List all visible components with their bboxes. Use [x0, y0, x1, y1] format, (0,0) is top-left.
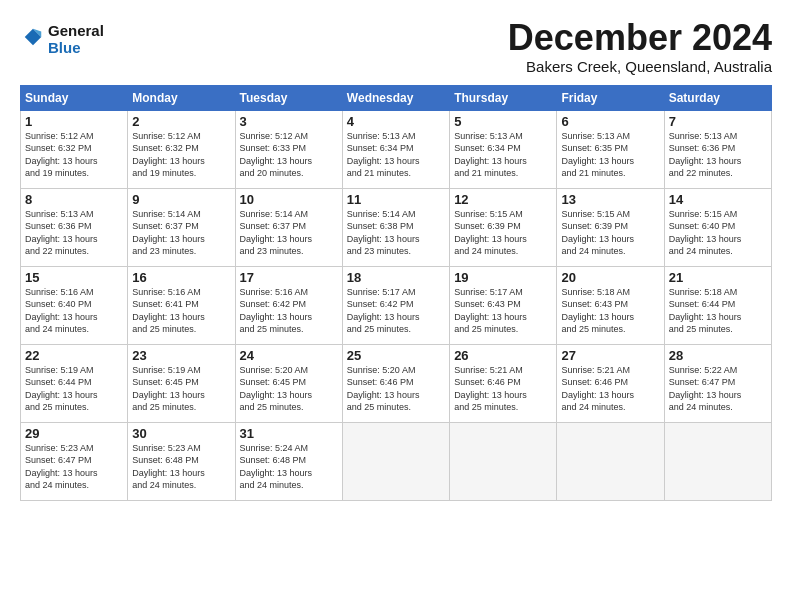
logo-line2: Blue [48, 39, 104, 56]
calendar-cell [342, 422, 449, 500]
day-number: 5 [454, 114, 552, 129]
day-number: 27 [561, 348, 659, 363]
title-block: December 2024 Bakers Creek, Queensland, … [508, 18, 772, 75]
col-wednesday: Wednesday [342, 85, 449, 110]
day-detail: Sunrise: 5:14 AMSunset: 6:37 PMDaylight:… [240, 208, 338, 258]
day-detail: Sunrise: 5:13 AMSunset: 6:34 PMDaylight:… [347, 130, 445, 180]
day-detail: Sunrise: 5:17 AMSunset: 6:43 PMDaylight:… [454, 286, 552, 336]
day-number: 9 [132, 192, 230, 207]
day-number: 24 [240, 348, 338, 363]
day-number: 4 [347, 114, 445, 129]
day-detail: Sunrise: 5:23 AMSunset: 6:47 PMDaylight:… [25, 442, 123, 492]
page: General Blue December 2024 Bakers Creek,… [0, 0, 792, 612]
col-thursday: Thursday [450, 85, 557, 110]
day-detail: Sunrise: 5:24 AMSunset: 6:48 PMDaylight:… [240, 442, 338, 492]
day-detail: Sunrise: 5:18 AMSunset: 6:43 PMDaylight:… [561, 286, 659, 336]
day-detail: Sunrise: 5:15 AMSunset: 6:39 PMDaylight:… [454, 208, 552, 258]
day-detail: Sunrise: 5:20 AMSunset: 6:45 PMDaylight:… [240, 364, 338, 414]
header-row: Sunday Monday Tuesday Wednesday Thursday… [21, 85, 772, 110]
day-detail: Sunrise: 5:14 AMSunset: 6:37 PMDaylight:… [132, 208, 230, 258]
logo-icon [22, 26, 44, 48]
day-detail: Sunrise: 5:12 AMSunset: 6:33 PMDaylight:… [240, 130, 338, 180]
day-detail: Sunrise: 5:15 AMSunset: 6:39 PMDaylight:… [561, 208, 659, 258]
logo: General Blue [20, 22, 104, 56]
calendar-week-4: 29Sunrise: 5:23 AMSunset: 6:47 PMDayligh… [21, 422, 772, 500]
day-detail: Sunrise: 5:21 AMSunset: 6:46 PMDaylight:… [561, 364, 659, 414]
day-number: 23 [132, 348, 230, 363]
day-detail: Sunrise: 5:14 AMSunset: 6:38 PMDaylight:… [347, 208, 445, 258]
calendar-cell: 27Sunrise: 5:21 AMSunset: 6:46 PMDayligh… [557, 344, 664, 422]
day-number: 2 [132, 114, 230, 129]
calendar-cell: 16Sunrise: 5:16 AMSunset: 6:41 PMDayligh… [128, 266, 235, 344]
day-detail: Sunrise: 5:23 AMSunset: 6:48 PMDaylight:… [132, 442, 230, 492]
calendar-cell: 5Sunrise: 5:13 AMSunset: 6:34 PMDaylight… [450, 110, 557, 188]
day-detail: Sunrise: 5:12 AMSunset: 6:32 PMDaylight:… [132, 130, 230, 180]
day-detail: Sunrise: 5:19 AMSunset: 6:45 PMDaylight:… [132, 364, 230, 414]
calendar-cell: 30Sunrise: 5:23 AMSunset: 6:48 PMDayligh… [128, 422, 235, 500]
day-number: 15 [25, 270, 123, 285]
day-detail: Sunrise: 5:13 AMSunset: 6:36 PMDaylight:… [25, 208, 123, 258]
calendar-cell: 4Sunrise: 5:13 AMSunset: 6:34 PMDaylight… [342, 110, 449, 188]
col-saturday: Saturday [664, 85, 771, 110]
day-number: 3 [240, 114, 338, 129]
day-detail: Sunrise: 5:20 AMSunset: 6:46 PMDaylight:… [347, 364, 445, 414]
day-detail: Sunrise: 5:16 AMSunset: 6:42 PMDaylight:… [240, 286, 338, 336]
calendar-cell: 15Sunrise: 5:16 AMSunset: 6:40 PMDayligh… [21, 266, 128, 344]
day-number: 28 [669, 348, 767, 363]
day-number: 7 [669, 114, 767, 129]
day-number: 22 [25, 348, 123, 363]
calendar-cell: 22Sunrise: 5:19 AMSunset: 6:44 PMDayligh… [21, 344, 128, 422]
calendar-cell: 14Sunrise: 5:15 AMSunset: 6:40 PMDayligh… [664, 188, 771, 266]
calendar-cell: 1Sunrise: 5:12 AMSunset: 6:32 PMDaylight… [21, 110, 128, 188]
calendar-cell: 26Sunrise: 5:21 AMSunset: 6:46 PMDayligh… [450, 344, 557, 422]
calendar-cell: 9Sunrise: 5:14 AMSunset: 6:37 PMDaylight… [128, 188, 235, 266]
day-number: 12 [454, 192, 552, 207]
calendar-cell: 11Sunrise: 5:14 AMSunset: 6:38 PMDayligh… [342, 188, 449, 266]
calendar-cell: 12Sunrise: 5:15 AMSunset: 6:39 PMDayligh… [450, 188, 557, 266]
day-detail: Sunrise: 5:15 AMSunset: 6:40 PMDaylight:… [669, 208, 767, 258]
day-detail: Sunrise: 5:16 AMSunset: 6:41 PMDaylight:… [132, 286, 230, 336]
calendar-week-0: 1Sunrise: 5:12 AMSunset: 6:32 PMDaylight… [21, 110, 772, 188]
day-number: 10 [240, 192, 338, 207]
calendar-cell: 13Sunrise: 5:15 AMSunset: 6:39 PMDayligh… [557, 188, 664, 266]
calendar-cell: 3Sunrise: 5:12 AMSunset: 6:33 PMDaylight… [235, 110, 342, 188]
calendar-cell: 23Sunrise: 5:19 AMSunset: 6:45 PMDayligh… [128, 344, 235, 422]
day-number: 26 [454, 348, 552, 363]
day-number: 31 [240, 426, 338, 441]
calendar-cell: 21Sunrise: 5:18 AMSunset: 6:44 PMDayligh… [664, 266, 771, 344]
day-number: 19 [454, 270, 552, 285]
col-sunday: Sunday [21, 85, 128, 110]
day-number: 1 [25, 114, 123, 129]
calendar-table: Sunday Monday Tuesday Wednesday Thursday… [20, 85, 772, 501]
calendar-week-2: 15Sunrise: 5:16 AMSunset: 6:40 PMDayligh… [21, 266, 772, 344]
day-number: 8 [25, 192, 123, 207]
calendar-cell: 29Sunrise: 5:23 AMSunset: 6:47 PMDayligh… [21, 422, 128, 500]
calendar-week-1: 8Sunrise: 5:13 AMSunset: 6:36 PMDaylight… [21, 188, 772, 266]
day-number: 20 [561, 270, 659, 285]
day-number: 11 [347, 192, 445, 207]
day-number: 16 [132, 270, 230, 285]
day-detail: Sunrise: 5:17 AMSunset: 6:42 PMDaylight:… [347, 286, 445, 336]
col-tuesday: Tuesday [235, 85, 342, 110]
calendar-cell: 8Sunrise: 5:13 AMSunset: 6:36 PMDaylight… [21, 188, 128, 266]
calendar-cell [450, 422, 557, 500]
day-detail: Sunrise: 5:21 AMSunset: 6:46 PMDaylight:… [454, 364, 552, 414]
day-number: 30 [132, 426, 230, 441]
day-number: 17 [240, 270, 338, 285]
calendar-cell: 25Sunrise: 5:20 AMSunset: 6:46 PMDayligh… [342, 344, 449, 422]
calendar-cell: 31Sunrise: 5:24 AMSunset: 6:48 PMDayligh… [235, 422, 342, 500]
day-detail: Sunrise: 5:13 AMSunset: 6:36 PMDaylight:… [669, 130, 767, 180]
day-detail: Sunrise: 5:18 AMSunset: 6:44 PMDaylight:… [669, 286, 767, 336]
calendar-cell: 6Sunrise: 5:13 AMSunset: 6:35 PMDaylight… [557, 110, 664, 188]
calendar-cell: 17Sunrise: 5:16 AMSunset: 6:42 PMDayligh… [235, 266, 342, 344]
calendar-cell: 18Sunrise: 5:17 AMSunset: 6:42 PMDayligh… [342, 266, 449, 344]
day-number: 13 [561, 192, 659, 207]
location: Bakers Creek, Queensland, Australia [508, 58, 772, 75]
calendar-cell [664, 422, 771, 500]
day-detail: Sunrise: 5:12 AMSunset: 6:32 PMDaylight:… [25, 130, 123, 180]
day-number: 18 [347, 270, 445, 285]
calendar-week-3: 22Sunrise: 5:19 AMSunset: 6:44 PMDayligh… [21, 344, 772, 422]
header: General Blue December 2024 Bakers Creek,… [20, 18, 772, 75]
day-detail: Sunrise: 5:22 AMSunset: 6:47 PMDaylight:… [669, 364, 767, 414]
month-title: December 2024 [508, 18, 772, 58]
